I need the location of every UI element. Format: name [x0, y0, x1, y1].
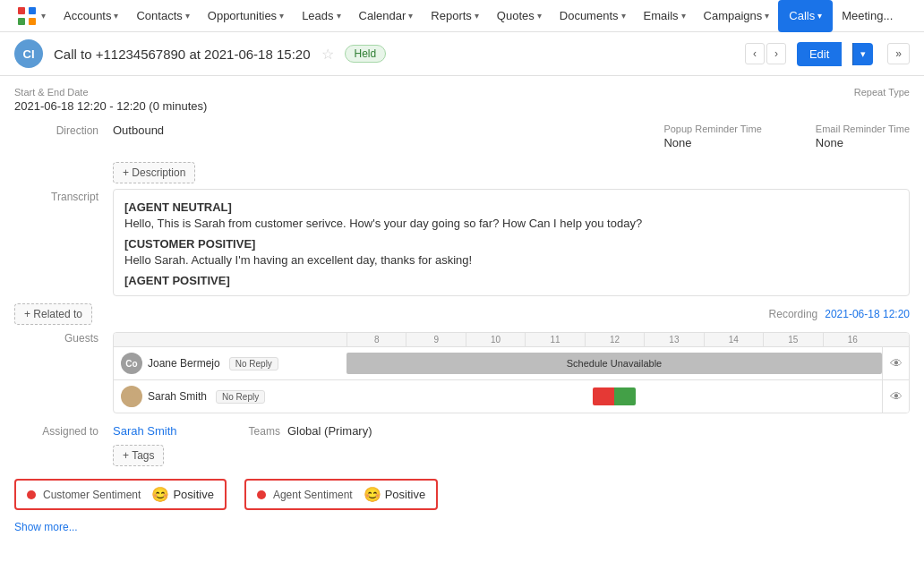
- tags-button[interactable]: + Tags: [113, 445, 164, 466]
- svg-rect-0: [18, 7, 25, 14]
- guest-row-joane: Co Joane Bermejo No Reply Schedule Unava…: [114, 347, 909, 380]
- guest-reply-joane: No Reply: [229, 357, 278, 370]
- guests-section: Guests 8 9 10 11 12 13 14 15 16: [14, 332, 910, 417]
- date-label: Start & End Date: [14, 87, 854, 98]
- assigned-row: Assigned to Sarah Smith Teams Global (Pr…: [14, 424, 910, 438]
- repeat-type-label: Repeat Type: [854, 87, 910, 98]
- description-button[interactable]: + Description: [113, 162, 195, 183]
- guest-name-joane: Joane Bermejo: [148, 357, 220, 370]
- record-header: CI Call to +11234567890 at 2021-06-18 15…: [0, 32, 924, 76]
- nav-item-calls[interactable]: Calls ▾: [778, 0, 833, 32]
- show-more-link[interactable]: Show more...: [14, 521, 78, 533]
- svg-point-4: [128, 390, 135, 397]
- hour-12: 12: [585, 333, 644, 346]
- assigned-to-value[interactable]: Sarah Smith: [113, 424, 177, 438]
- nav-item-accounts[interactable]: Accounts ▾: [55, 0, 127, 32]
- nav-item-opportunities[interactable]: Opportunities ▾: [199, 0, 293, 32]
- agent-sentiment-dot: [257, 490, 266, 499]
- direction-label: Direction: [14, 124, 113, 137]
- reports-chevron: ▾: [475, 11, 479, 21]
- customer-sentiment-dot: [27, 490, 36, 499]
- transcript-entry-0: [AGENT NEUTRAL] Hello, This is Sarah fro…: [124, 200, 898, 232]
- nav-item-reports[interactable]: Reports ▾: [422, 0, 488, 32]
- customer-sentiment-emoji: 😊: [151, 486, 169, 503]
- email-reminder-label: Email Reminder Time: [816, 123, 910, 134]
- hour-8: 8: [346, 333, 406, 346]
- nav-item-meetings[interactable]: Meeting...: [833, 0, 902, 32]
- hour-14: 14: [704, 333, 763, 346]
- agent-sentiment-emoji: 😊: [364, 486, 381, 503]
- previous-record-button[interactable]: ‹: [745, 43, 765, 64]
- status-badge: Held: [345, 45, 387, 63]
- guest-avatar-joane: Co: [121, 353, 142, 374]
- nav-item-emails[interactable]: Emails ▾: [635, 0, 695, 32]
- top-fields-row: Start & End Date 2021-06-18 12:20 - 12:2…: [14, 87, 910, 120]
- nav-item-leads[interactable]: Leads ▾: [293, 0, 349, 32]
- top-navigation: ▾ Accounts ▾ Contacts ▾ Opportunities ▾ …: [0, 0, 924, 32]
- timeline-hours: 8 9 10 11 12 13 14 15 16: [346, 333, 882, 346]
- record-content: Start & End Date 2021-06-18 12:20 - 12:2…: [0, 76, 924, 562]
- sarah-mixed-bar: [593, 387, 636, 405]
- sentiment-row: Customer Sentiment 😊 Positive Agent Sent…: [14, 479, 910, 510]
- date-value: 2021-06-18 12:20 - 12:20 (0 minutes): [14, 99, 854, 113]
- expand-button[interactable]: »: [887, 43, 910, 64]
- nav-item-calendar[interactable]: Calendar ▾: [350, 0, 423, 32]
- calendar-chevron: ▾: [408, 11, 413, 21]
- timeline-header: 8 9 10 11 12 13 14 15 16: [114, 333, 909, 347]
- popup-reminder-value: None: [663, 136, 761, 149]
- agent-sentiment-box: Agent Sentiment 😊 Positive: [244, 479, 438, 510]
- guest-avatar-sarah: [121, 386, 142, 407]
- recording-link[interactable]: 2021-06-18 12:20: [825, 308, 910, 320]
- opportunities-chevron: ▾: [279, 11, 284, 21]
- nav-item-campaigns[interactable]: Campaigns ▾: [695, 0, 779, 32]
- nav-item-quotes[interactable]: Quotes ▾: [488, 0, 551, 32]
- app-logo[interactable]: ▾: [7, 5, 55, 27]
- agent-sentiment-label: Agent Sentiment: [273, 489, 353, 501]
- customer-sentiment-value: 😊 Positive: [151, 486, 214, 503]
- next-record-button[interactable]: ›: [766, 43, 786, 64]
- agent-sentiment-value: 😊 Positive: [364, 486, 426, 503]
- nav-item-contacts[interactable]: Contacts ▾: [127, 0, 198, 32]
- accounts-chevron: ▾: [114, 11, 118, 21]
- related-recording-row: + Related to Recording 2021-06-18 12:20: [14, 303, 910, 325]
- guest-name-sarah: Sarah Smith: [148, 390, 207, 403]
- guests-label: Guests: [14, 332, 113, 345]
- assigned-to-label: Assigned to: [14, 425, 113, 438]
- guest-row-sarah: Sarah Smith No Reply 👁: [114, 380, 909, 413]
- transcript-content: [AGENT NEUTRAL] Hello, This is Sarah fro…: [113, 189, 910, 296]
- teams-label: Teams: [249, 425, 280, 438]
- favorite-icon[interactable]: ☆: [321, 46, 334, 63]
- direction-value: Outbound: [113, 123, 164, 137]
- edit-dropdown-button[interactable]: ▾: [852, 43, 873, 65]
- calls-chevron: ▾: [817, 11, 822, 21]
- teams-section: Teams Global (Primary): [249, 424, 372, 438]
- schedule-unavailable-bar: Schedule Unavailable: [346, 353, 882, 374]
- navigation-arrows: ‹ ›: [745, 43, 786, 64]
- guest-eye-button-sarah[interactable]: 👁: [882, 380, 909, 413]
- svg-rect-1: [29, 7, 36, 14]
- related-to-button[interactable]: + Related to: [14, 303, 92, 325]
- nav-chevron-logo: ▾: [41, 11, 46, 21]
- guest-timeline-bar-joane: Schedule Unavailable: [346, 347, 882, 379]
- guest-eye-button-joane[interactable]: 👁: [882, 347, 909, 379]
- popup-reminder-field: Popup Reminder Time None: [663, 123, 761, 149]
- hour-15: 15: [763, 333, 822, 346]
- guests-content: 8 9 10 11 12 13 14 15 16: [113, 332, 910, 417]
- customer-sentiment-label: Customer Sentiment: [43, 489, 141, 501]
- svg-rect-3: [29, 18, 36, 25]
- nav-item-documents[interactable]: Documents ▾: [551, 0, 635, 32]
- guest-reply-sarah: No Reply: [216, 390, 265, 404]
- emails-chevron: ▾: [681, 11, 686, 21]
- svg-rect-2: [18, 18, 25, 25]
- date-section: Start & End Date 2021-06-18 12:20 - 12:2…: [14, 87, 854, 113]
- edit-button[interactable]: Edit: [797, 42, 842, 66]
- teams-value: Global (Primary): [287, 424, 372, 438]
- email-reminder-field: Email Reminder Time None: [816, 123, 910, 149]
- hour-13: 13: [644, 333, 703, 346]
- hour-11: 11: [525, 333, 584, 346]
- contacts-chevron: ▾: [185, 11, 190, 21]
- email-reminder-value: None: [816, 136, 910, 149]
- hour-16: 16: [823, 333, 882, 346]
- transcript-label: Transcript: [14, 189, 113, 203]
- recording-label: Recording: [769, 308, 818, 320]
